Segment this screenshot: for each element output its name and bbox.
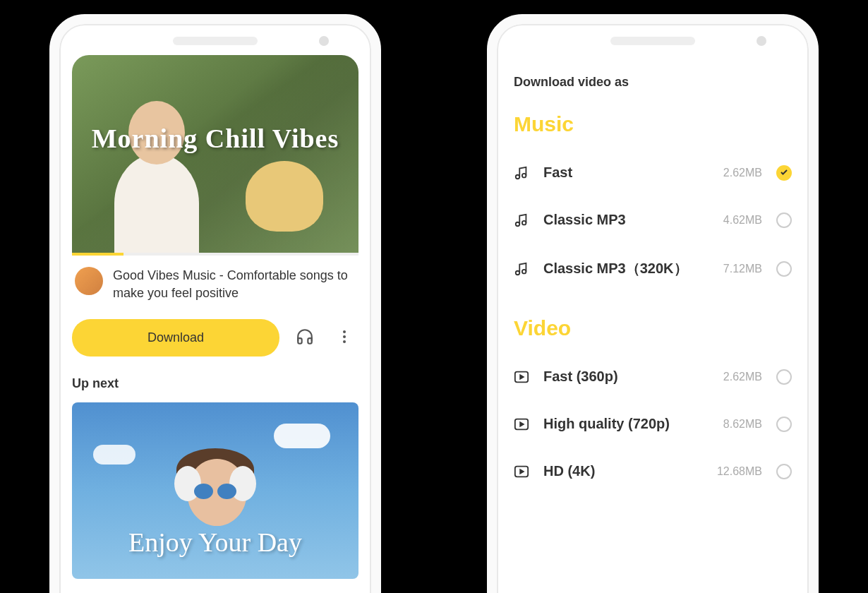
video-play-icon xyxy=(514,464,529,479)
phone-video-player: Morning Chill Vibes Good Vibes Music - C… xyxy=(49,14,381,593)
video-progress-bar[interactable] xyxy=(72,253,358,256)
music-note-icon xyxy=(514,165,529,181)
phone2-content: Download video as Music Fast 2.62MB Clas… xyxy=(497,55,809,495)
option-label: Classic MP3 xyxy=(543,212,709,228)
phone-notch xyxy=(59,24,371,55)
option-label: Fast (360p) xyxy=(543,369,709,385)
front-camera xyxy=(757,36,766,46)
option-label: HD (4K) xyxy=(543,463,703,479)
video-option-hd-4k[interactable]: HD (4K) 12.68MB xyxy=(514,448,792,495)
option-size: 2.62MB xyxy=(723,371,762,383)
option-size: 12.68MB xyxy=(717,465,762,478)
radio-unselected[interactable] xyxy=(776,369,792,385)
svg-point-8 xyxy=(522,269,526,273)
video-thumbnail[interactable]: Morning Chill Vibes xyxy=(72,55,358,253)
option-size: 2.62MB xyxy=(723,167,762,179)
more-vertical-icon xyxy=(336,328,353,347)
music-note-icon xyxy=(514,212,529,228)
video-info-row: Good Vibes Music - Comfortable songs to … xyxy=(72,256,358,313)
music-option-classic-mp3[interactable]: Classic MP3 4.62MB xyxy=(514,196,792,244)
phone1-content: Morning Chill Vibes Good Vibes Music - C… xyxy=(59,55,371,593)
svg-marker-12 xyxy=(520,422,524,426)
svg-point-3 xyxy=(516,174,520,179)
video-option-fast-360p[interactable]: Fast (360p) 2.62MB xyxy=(514,353,792,400)
option-label: Fast xyxy=(543,164,709,181)
video-play-icon xyxy=(514,369,529,385)
music-section-heading: Music xyxy=(514,112,792,136)
option-size: 8.62MB xyxy=(723,418,762,431)
hero-title-text: Morning Chill Vibes xyxy=(92,123,339,154)
front-camera xyxy=(319,36,329,46)
video-option-hq-720p[interactable]: High quality (720p) 8.62MB xyxy=(514,400,792,448)
option-size: 7.12MB xyxy=(723,263,762,275)
check-icon xyxy=(780,167,788,179)
option-label: High quality (720p) xyxy=(543,416,709,432)
option-label: Classic MP3（320K） xyxy=(543,259,709,278)
download-as-heading: Download video as xyxy=(514,75,792,90)
headphones-button[interactable] xyxy=(291,324,319,352)
option-size: 4.62MB xyxy=(723,214,762,227)
speaker-grille xyxy=(173,37,258,45)
progress-fill xyxy=(72,253,123,256)
headphones-icon xyxy=(296,328,314,348)
download-button[interactable]: Download xyxy=(72,319,279,357)
radio-unselected[interactable] xyxy=(776,417,792,432)
svg-marker-10 xyxy=(520,375,524,379)
music-option-classic-mp3-320k[interactable]: Classic MP3（320K） 7.12MB xyxy=(514,244,792,294)
svg-marker-14 xyxy=(520,469,524,474)
actions-row: Download xyxy=(72,313,358,371)
up-next-heading: Up next xyxy=(72,371,358,402)
channel-avatar[interactable] xyxy=(75,267,103,295)
music-note-icon xyxy=(514,261,529,277)
video-title: Good Vibes Music - Comfortable songs to … xyxy=(113,267,356,302)
radio-unselected[interactable] xyxy=(776,212,792,228)
up-next-thumbnail[interactable]: Enjoy Your Day xyxy=(72,402,358,579)
radio-unselected[interactable] xyxy=(776,464,792,479)
music-option-fast[interactable]: Fast 2.62MB xyxy=(514,149,792,196)
video-play-icon xyxy=(514,417,529,432)
phone-download-options: Download video as Music Fast 2.62MB Clas… xyxy=(487,14,819,593)
radio-selected[interactable] xyxy=(776,165,792,181)
speaker-grille xyxy=(610,37,695,45)
svg-point-6 xyxy=(522,220,526,224)
svg-point-5 xyxy=(516,222,520,226)
svg-point-4 xyxy=(522,173,526,177)
radio-unselected[interactable] xyxy=(776,261,792,277)
more-options-button[interactable] xyxy=(330,324,358,352)
svg-point-2 xyxy=(343,340,346,343)
svg-point-0 xyxy=(343,330,346,333)
video-section-heading: Video xyxy=(514,316,792,340)
phone-notch xyxy=(497,24,809,55)
up-next-title-text: Enjoy Your Day xyxy=(128,527,302,558)
svg-point-7 xyxy=(516,270,520,275)
svg-point-1 xyxy=(343,335,346,338)
